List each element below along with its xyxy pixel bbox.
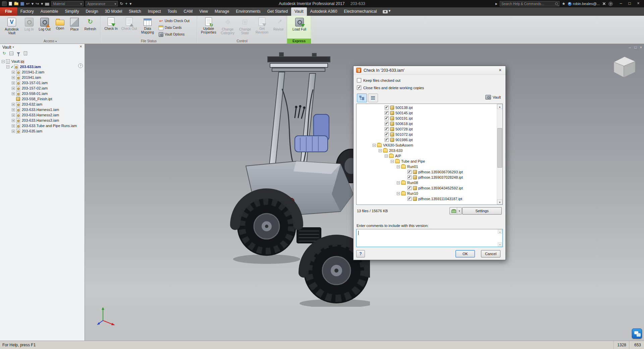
expander-icon[interactable]: + bbox=[12, 119, 15, 122]
expander-icon[interactable]: + bbox=[12, 71, 15, 74]
expander-icon[interactable]: − bbox=[2, 60, 5, 63]
redo-dropdown-icon[interactable]: ▾ bbox=[41, 0, 43, 7]
expander-icon[interactable]: + bbox=[12, 103, 15, 106]
file-row[interactable]: pifhose.1359037028248.ipt bbox=[357, 175, 497, 180]
file-checkbox[interactable] bbox=[385, 111, 389, 115]
panel-close-button[interactable]: × bbox=[78, 44, 84, 50]
open-button[interactable]: Open bbox=[53, 16, 67, 30]
camera-icon[interactable] bbox=[383, 10, 388, 13]
help-icon[interactable]: ? bbox=[608, 2, 613, 6]
star-icon[interactable]: ★ bbox=[562, 0, 566, 7]
appearance-combo[interactable]: Appearance ▾ bbox=[86, 1, 118, 6]
expander-icon[interactable]: + bbox=[12, 114, 15, 117]
signed-in-user[interactable]: robin.beales@... bbox=[568, 2, 600, 6]
expander-icon[interactable]: − bbox=[391, 160, 394, 163]
panel-help-icon[interactable]: ? bbox=[78, 63, 83, 68]
group-label-express[interactable]: Express bbox=[287, 39, 311, 44]
tree-item[interactable]: + 203-157-02.iam bbox=[0, 85, 85, 91]
file-row[interactable]: 500191.ipt bbox=[357, 116, 497, 121]
file-checkbox[interactable] bbox=[408, 170, 412, 174]
expander-icon[interactable]: − bbox=[397, 165, 400, 168]
help-search[interactable] bbox=[500, 1, 559, 6]
measure-icon[interactable]: ↻ bbox=[120, 0, 123, 7]
file-row[interactable]: 500728.ipt bbox=[357, 126, 497, 132]
tab-sketch[interactable]: Sketch bbox=[125, 7, 145, 16]
tree-item[interactable]: + 203-633.Harness2.iam bbox=[0, 112, 85, 118]
update-properties-button[interactable]: ↻ Update Properties bbox=[199, 16, 218, 34]
group-label-file-status[interactable]: File Status bbox=[101, 39, 197, 44]
expander-icon[interactable]: + bbox=[12, 87, 15, 90]
close-button[interactable]: × bbox=[634, 0, 643, 7]
expander-icon[interactable]: + bbox=[12, 76, 15, 79]
tab-tools[interactable]: Tools bbox=[164, 7, 180, 16]
tab-autodesk-a360[interactable]: Autodesk A360 bbox=[307, 7, 341, 16]
load-full-button[interactable]: Load Full bbox=[290, 16, 309, 31]
expander-icon[interactable]: − bbox=[379, 149, 382, 152]
data-mapping-button[interactable]: Data Mapping bbox=[139, 16, 156, 34]
redo-icon[interactable]: ↪ bbox=[36, 0, 39, 7]
scrollbar-thumb[interactable] bbox=[497, 128, 502, 168]
panel-filter-icon[interactable] bbox=[16, 51, 21, 56]
app-menu-icon[interactable] bbox=[2, 1, 7, 6]
doc-minimize-button[interactable]: – bbox=[629, 45, 631, 49]
vault-options-button[interactable]: Vault Options bbox=[157, 31, 191, 38]
file-row[interactable]: 901986.ipt bbox=[357, 137, 497, 142]
tab-cam[interactable]: CAM bbox=[180, 7, 196, 16]
save-icon[interactable] bbox=[20, 2, 24, 6]
close-files-checkbox[interactable] bbox=[357, 85, 361, 90]
expander-icon[interactable]: + bbox=[12, 130, 15, 133]
tree-item[interactable]: + 203-635.iam bbox=[0, 128, 85, 134]
open-file-icon[interactable] bbox=[14, 2, 18, 5]
undo-dropdown-icon[interactable]: ▾ bbox=[32, 0, 34, 7]
scroll-down-icon[interactable]: ▼ bbox=[497, 199, 502, 205]
tab-vault[interactable]: Vault bbox=[291, 7, 307, 16]
ok-button[interactable]: OK bbox=[455, 250, 475, 257]
file-checkbox[interactable] bbox=[385, 138, 389, 142]
expander-icon[interactable]: − bbox=[385, 155, 388, 158]
tree-item[interactable]: + 203-633.Tube and Pipe Runs.iam bbox=[0, 123, 85, 128]
file-row[interactable]: 500138.ipt bbox=[357, 105, 497, 110]
add-command-icon[interactable]: + bbox=[125, 0, 127, 7]
minimize-button[interactable]: – bbox=[616, 0, 625, 7]
cancel-button[interactable]: Cancel bbox=[481, 250, 500, 257]
tab-get-started[interactable]: Get Started bbox=[264, 7, 291, 16]
copy-options-split-button[interactable]: ▾ bbox=[449, 207, 462, 215]
folder-row[interactable]: − AIP bbox=[357, 153, 497, 159]
tree-item[interactable]: + 201941-2.iam bbox=[0, 69, 85, 75]
file-checkbox[interactable] bbox=[385, 122, 389, 126]
tab-file[interactable]: File bbox=[0, 7, 17, 16]
folder-row[interactable]: − Run10 bbox=[357, 191, 497, 196]
tree-item[interactable]: + 203-633.Harness1.iam bbox=[0, 107, 85, 112]
panel-grid-view-icon[interactable] bbox=[9, 51, 14, 56]
tree-item[interactable]: + 203-157-01.iam bbox=[0, 80, 85, 85]
tree-item[interactable]: + 203-558-01.iam bbox=[0, 91, 85, 96]
tree-item[interactable]: + 203-632.iam bbox=[0, 102, 85, 107]
spin-down-icon[interactable]: ▾ bbox=[498, 242, 502, 246]
expander-icon[interactable]: + bbox=[12, 81, 15, 84]
file-checkbox[interactable] bbox=[385, 116, 389, 120]
chevron-right-icon[interactable]: ▸ bbox=[495, 0, 497, 7]
connectivity-icon[interactable] bbox=[632, 329, 642, 339]
file-checkbox[interactable] bbox=[385, 106, 389, 110]
folder-row[interactable]: − Tube and Pipe bbox=[357, 159, 497, 164]
tab-factory[interactable]: Factory bbox=[17, 7, 37, 16]
view-cube[interactable] bbox=[608, 53, 639, 81]
data-cards-button[interactable]: Data Cards bbox=[157, 24, 191, 31]
expander-icon[interactable]: − bbox=[6, 65, 9, 68]
list-view-toggle[interactable] bbox=[368, 94, 378, 102]
chevron-down-icon[interactable]: ▾ bbox=[457, 208, 462, 214]
keep-files-checkbox-row[interactable]: Keep files checked out bbox=[357, 78, 400, 82]
check-in-file-tree[interactable]: 500138.ipt 500145.ipt 500191.ipt 500618.… bbox=[356, 104, 503, 205]
expander-icon[interactable]: + bbox=[12, 108, 15, 111]
chevron-down-icon[interactable]: ▾ bbox=[12, 46, 14, 49]
settings-button[interactable]: Settings bbox=[462, 207, 502, 215]
tree-item[interactable]: 203-558_Finish.ipt bbox=[0, 96, 85, 102]
tools-icon[interactable] bbox=[602, 2, 606, 6]
check-in-button[interactable]: Check In bbox=[103, 16, 119, 31]
search-icon[interactable] bbox=[555, 2, 558, 5]
dialog-close-button[interactable]: × bbox=[495, 66, 505, 75]
tab-environments[interactable]: Environments bbox=[232, 7, 264, 16]
panel-refresh-icon[interactable]: ↻ bbox=[2, 51, 7, 56]
place-button[interactable]: Place bbox=[68, 16, 81, 31]
chevron-down-icon[interactable]: ▾ bbox=[388, 7, 390, 14]
